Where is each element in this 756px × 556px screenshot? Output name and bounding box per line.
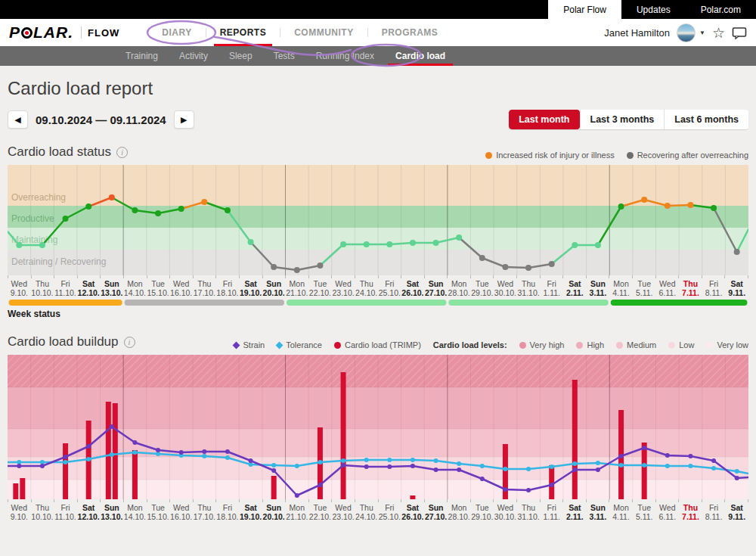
logo-divider: [81, 26, 82, 39]
legend-label: Strain: [243, 340, 265, 349]
legend-dot-trimp: [334, 342, 341, 349]
nav-programs[interactable]: PROGRAMS: [368, 19, 452, 46]
subnav-running-index[interactable]: Running Index: [305, 46, 385, 66]
week-status-label: Week status: [8, 309, 748, 319]
subnav-tests[interactable]: Tests: [263, 46, 305, 66]
axis-day-label: Tue15.10.: [147, 503, 170, 521]
axis-day-label: Thu7.11.: [679, 279, 702, 297]
axis-day-label: Fri18.10.: [216, 503, 240, 521]
axis-day-label: Tue5.11.: [633, 503, 656, 521]
axis-day-label: Thu31.10.: [517, 279, 541, 297]
axis-day-label: Sun20.10.: [262, 503, 286, 521]
axis-day-label: Sat9.11.: [725, 279, 748, 297]
svg-text:Overreaching: Overreaching: [11, 192, 66, 203]
subnav-cardio-load[interactable]: Cardio load: [385, 46, 456, 66]
axis-day-label: Fri8.11.: [702, 503, 726, 521]
axis-day-label: Sun3.11.: [587, 503, 610, 521]
date-range-text: 09.10.2024 — 09.11.2024: [36, 113, 166, 126]
user-area: Janet Hamilton ▼ ☆: [604, 23, 747, 42]
next-period-button[interactable]: ▶: [174, 110, 194, 129]
legend-dot-very-high: [519, 342, 526, 349]
axis-day-label: Wed9.10.: [8, 279, 31, 297]
legend-label: Increased risk of injury or illness: [496, 151, 615, 160]
subnav-training[interactable]: Training: [115, 46, 169, 66]
legend-label: Very high: [530, 340, 565, 349]
axis-day-label: Mon21.10.: [286, 503, 309, 521]
tab-updates[interactable]: Updates: [621, 0, 686, 19]
polar-logo-o-icon: [21, 27, 33, 39]
subnav-sleep[interactable]: Sleep: [218, 46, 263, 66]
axis-day-label: Mon4.11.: [609, 279, 633, 297]
tab-polar-flow[interactable]: Polar Flow: [548, 0, 621, 19]
feedback-icon[interactable]: [732, 26, 747, 39]
axis-day-label: Sun13.10.: [101, 503, 124, 521]
legend-label: Very low: [717, 340, 748, 349]
axis-day-label: Mon14.10.: [123, 503, 147, 521]
axis-day-label: Sat26.10.: [401, 279, 425, 297]
user-name: Janet Hamilton: [604, 27, 670, 39]
legend-dot-medium: [616, 342, 623, 349]
period-last-month[interactable]: Last month: [509, 110, 579, 129]
tab-polar-com[interactable]: Polar.com: [686, 0, 756, 19]
status-chart-ticks: [8, 275, 748, 278]
axis-day-label: Mon4.11.: [609, 503, 633, 521]
subnav-activity[interactable]: Activity: [169, 46, 218, 66]
logo-letters-rest: LAR.: [33, 23, 73, 42]
period-last-6-months[interactable]: Last 6 months: [664, 110, 748, 129]
favorites-star-icon[interactable]: ☆: [712, 26, 725, 40]
legend-label: Cardio load (TRIMP): [345, 340, 421, 349]
info-icon[interactable]: i: [124, 337, 135, 348]
legend-dot-very-low: [706, 342, 713, 349]
axis-day-label: Sat12.10.: [77, 279, 101, 297]
axis-day-label: Tue29.10.: [471, 503, 494, 521]
nav-diary[interactable]: DIARY: [148, 19, 205, 46]
flow-label: FLOW: [88, 27, 119, 39]
axis-day-label: Fri11.10.: [54, 279, 77, 297]
axis-day-label: Thu17.10.: [193, 503, 216, 521]
info-icon[interactable]: i: [116, 147, 128, 158]
axis-day-label: Sat19.10.: [239, 503, 262, 521]
axis-day-label: Thu24.10.: [355, 503, 378, 521]
date-range-row: ◀ 09.10.2024 — 09.11.2024 ▶ Last month L…: [8, 110, 748, 129]
axis-day-label: Thu24.10.: [355, 279, 378, 297]
buildup-chart-axis: Wed9.10.Thu10.10.Fri11.10.Sat12.10.Sun13…: [8, 503, 748, 521]
legend-label: Tolerance: [286, 340, 322, 349]
buildup-legend: Strain Tolerance Cardio load (TRIMP) Car…: [234, 340, 748, 349]
legend-label: High: [587, 340, 604, 349]
axis-day-label: Fri18.10.: [216, 279, 240, 297]
axis-day-label: Wed9.10.: [8, 503, 31, 521]
nav-community[interactable]: COMMUNITY: [280, 19, 367, 46]
nav-reports[interactable]: REPORTS: [206, 19, 280, 46]
axis-day-label: Mon28.10.: [448, 503, 471, 521]
axis-day-label: Fri11.10.: [54, 503, 77, 521]
axis-day-label: Wed16.10.: [169, 503, 193, 521]
axis-day-label: Mon14.10.: [123, 279, 147, 297]
axis-day-label: Wed30.10.: [494, 503, 517, 521]
week-status-bar: [8, 300, 748, 306]
axis-day-label: Sun20.10.: [262, 279, 286, 297]
period-last-3-months[interactable]: Last 3 months: [580, 110, 665, 129]
legend-marker-tolerance: [276, 341, 284, 349]
axis-day-label: Wed23.10.: [332, 279, 355, 297]
status-chart-axis: Wed9.10.Thu10.10.Fri11.10.Sat12.10.Sun13…: [8, 279, 748, 297]
legend-label: Medium: [627, 340, 656, 349]
top-bar: Polar Flow Updates Polar.com: [0, 0, 756, 19]
axis-day-label: Wed6.11.: [656, 503, 680, 521]
polar-logo[interactable]: PLAR. FLOW: [9, 23, 119, 42]
axis-day-label: Tue29.10.: [471, 279, 494, 297]
cardio-load-levels-label: Cardio load levels:: [433, 340, 507, 349]
axis-day-label: Tue5.11.: [633, 279, 656, 297]
axis-day-label: Thu17.10.: [193, 279, 216, 297]
axis-day-label: Fri25.10.: [378, 503, 401, 521]
axis-day-label: Sat2.11.: [563, 279, 587, 297]
buildup-chart-ticks: [8, 499, 748, 502]
legend-dot-recovering: [627, 152, 634, 159]
prev-period-button[interactable]: ◀: [8, 110, 28, 129]
page-title: Cardio load report: [8, 78, 748, 99]
axis-day-label: Fri8.11.: [702, 279, 726, 297]
legend-label: Recovering after overreaching: [637, 151, 748, 160]
axis-day-label: Sun27.10.: [424, 279, 448, 297]
chevron-down-icon[interactable]: ▼: [699, 30, 705, 36]
svg-text:Productive: Productive: [11, 213, 54, 224]
avatar[interactable]: [677, 23, 696, 42]
